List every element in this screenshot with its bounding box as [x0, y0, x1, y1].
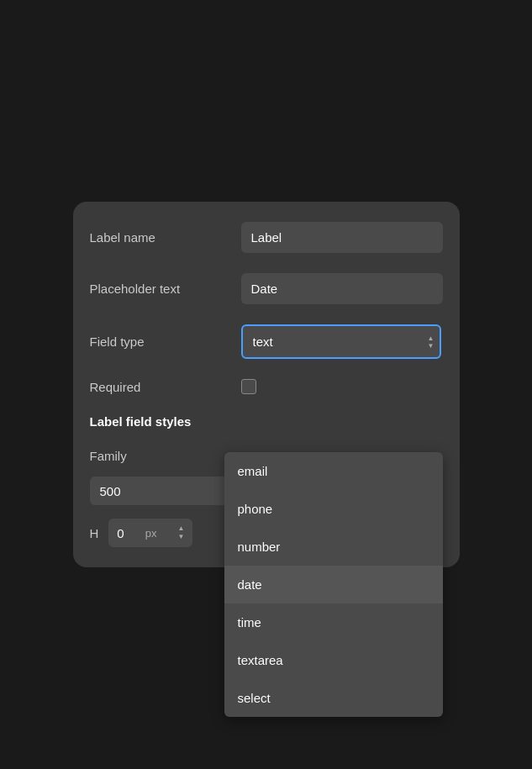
height-stepper-down[interactable]: ▼ — [177, 534, 184, 540]
field-type-label: Field type — [90, 334, 241, 349]
settings-panel: Label name Placeholder text Field type ▲… — [73, 202, 460, 567]
height-value: 0 — [117, 526, 124, 540]
placeholder-text-label: Placeholder text — [90, 282, 241, 296]
dropdown-item-select[interactable]: select — [224, 679, 443, 717]
field-type-wrapper: ▲ ▼ — [241, 324, 443, 359]
required-label: Required — [90, 380, 241, 394]
placeholder-text-row: Placeholder text — [90, 273, 443, 304]
label-name-label: Label name — [90, 230, 241, 245]
required-checkbox[interactable] — [241, 379, 256, 394]
label-name-row: Label name — [90, 222, 443, 253]
height-stepper-up[interactable]: ▲ — [177, 525, 184, 532]
height-label: H — [90, 526, 99, 540]
dropdown-item-date[interactable]: date — [224, 566, 443, 603]
field-type-dropdown: email phone number date time textarea se… — [224, 452, 443, 717]
height-stepper[interactable]: 0 px ▲ ▼ — [108, 519, 192, 547]
dropdown-item-email[interactable]: email — [224, 452, 443, 490]
dropdown-item-textarea[interactable]: textarea — [224, 641, 443, 679]
required-row: Required — [90, 379, 443, 394]
label-name-input[interactable] — [241, 222, 443, 253]
dropdown-item-phone[interactable]: phone — [224, 490, 443, 528]
family-stepper[interactable]: 500 ▲ ▼ — [90, 477, 241, 505]
dropdown-item-number[interactable]: number — [224, 528, 443, 566]
section-title: Label field styles — [90, 414, 443, 429]
field-type-input[interactable] — [241, 324, 441, 359]
family-stepper-value: 500 — [100, 484, 121, 498]
field-type-row: Field type ▲ ▼ — [90, 324, 443, 359]
placeholder-text-input[interactable] — [241, 273, 443, 304]
height-stepper-arrows: ▲ ▼ — [177, 525, 184, 540]
px-unit-label: px — [145, 527, 157, 540]
dropdown-item-time[interactable]: time — [224, 603, 443, 641]
